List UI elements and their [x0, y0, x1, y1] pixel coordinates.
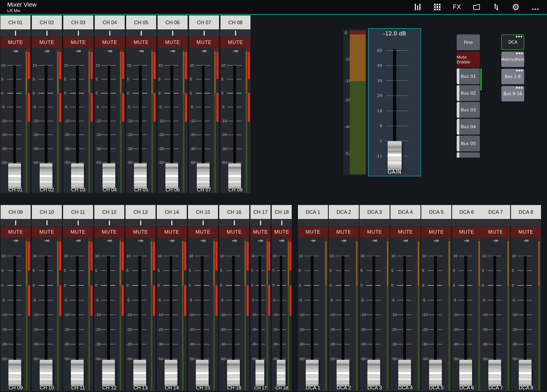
pan-control[interactable] — [220, 30, 251, 36]
fader-knob[interactable] — [277, 360, 286, 386]
mute-button[interactable]: MUTE — [157, 37, 188, 48]
fader-knob[interactable] — [459, 360, 472, 386]
layer-button[interactable]: Bus 1-8 — [501, 69, 524, 84]
fader-knob[interactable] — [488, 360, 501, 386]
channel-name-button[interactable]: CH 02 — [32, 15, 62, 29]
mute-enable-button[interactable]: Mute Enable — [457, 52, 480, 67]
channel-name-button[interactable]: CH 15 — [188, 205, 218, 219]
pan-control[interactable] — [0, 219, 31, 226]
more-options-icon[interactable] — [516, 53, 523, 54]
mute-button[interactable]: MUTE — [0, 37, 30, 48]
bus-send-button[interactable]: Bus 04 — [457, 119, 480, 135]
channel-name-button[interactable]: DCA 8 — [511, 205, 541, 219]
channel-name-button[interactable]: CH 14 — [157, 205, 187, 219]
mute-button[interactable]: MUTE — [94, 226, 124, 237]
channel-name-button[interactable]: DCA 4 — [390, 205, 420, 219]
pan-control[interactable] — [390, 219, 420, 226]
bus-send-button[interactable]: Bus 05 — [457, 136, 480, 151]
fader-knob[interactable] — [40, 163, 53, 188]
mute-button[interactable]: MUTE — [219, 226, 249, 237]
fader-knob[interactable] — [103, 163, 115, 188]
more-icon[interactable]: … — [531, 2, 540, 12]
pan-control[interactable] — [0, 30, 30, 36]
fader-knob[interactable] — [227, 360, 240, 386]
channel-name-button[interactable]: CH 03 — [63, 15, 93, 29]
channel-name-button[interactable]: CH 12 — [94, 205, 124, 219]
pan-control[interactable] — [63, 219, 93, 226]
channel-name-button[interactable]: DCA 5 — [421, 205, 451, 219]
layer-button[interactable]: Bus 9-16 — [501, 86, 524, 101]
fader-knob[interactable] — [102, 360, 115, 386]
fader-knob[interactable] — [196, 360, 209, 386]
pan-control[interactable] — [298, 219, 328, 226]
mute-button[interactable]: MUTE — [251, 226, 271, 237]
fader-knob[interactable] — [8, 360, 21, 386]
channel-name-button[interactable]: CH 13 — [126, 205, 156, 219]
fader-knob[interactable] — [71, 163, 84, 188]
more-options-icon[interactable] — [516, 36, 522, 37]
fader-knob[interactable] — [306, 360, 319, 386]
channel-name-button[interactable]: CH 17 — [251, 205, 271, 219]
pan-control[interactable] — [94, 219, 124, 226]
mute-button[interactable]: MUTE — [220, 37, 251, 48]
pan-control[interactable] — [329, 219, 359, 226]
mute-button[interactable]: MUTE — [272, 226, 292, 237]
bus-send-button[interactable]: Bus 02 — [457, 85, 480, 101]
bus-send-button[interactable]: Bus 01 — [457, 68, 480, 84]
pan-control[interactable] — [32, 30, 62, 36]
channel-name-button[interactable]: CH 10 — [32, 205, 62, 219]
pan-control[interactable] — [63, 30, 93, 36]
sort-icon[interactable] — [492, 2, 500, 12]
settings-icon[interactable]: ⚙ — [511, 2, 520, 12]
fx-button[interactable]: FX — [452, 2, 461, 12]
fader-knob[interactable] — [337, 360, 349, 386]
grid-icon[interactable] — [433, 2, 442, 12]
pan-control[interactable] — [188, 219, 218, 226]
pan-control[interactable] — [360, 219, 390, 226]
fader-knob[interactable] — [367, 360, 380, 386]
pan-control[interactable] — [157, 30, 188, 36]
mute-button[interactable]: MUTE — [63, 226, 93, 237]
channel-name-button[interactable]: CH 09 — [0, 205, 31, 219]
fader-knob[interactable] — [398, 360, 411, 386]
mute-button[interactable]: MUTE — [298, 226, 328, 237]
channel-name-button[interactable]: DCA 6DCA 7 — [452, 205, 510, 219]
more-options-icon[interactable] — [516, 70, 523, 71]
channel-name-button[interactable]: DCA 1 — [298, 205, 328, 219]
mute-button[interactable]: MUTE — [157, 226, 187, 237]
pan-control[interactable] — [421, 219, 451, 226]
pan-control[interactable] — [189, 30, 219, 36]
mute-button[interactable]: MUTE — [126, 37, 156, 48]
fader-knob[interactable] — [165, 163, 178, 188]
mute-button[interactable]: MUTE — [126, 226, 156, 237]
pan-control[interactable] — [95, 30, 125, 36]
pan-control[interactable] — [272, 219, 292, 226]
mute-button[interactable]: MUTE — [421, 226, 451, 237]
mute-button[interactable]: MUTE — [511, 226, 541, 237]
mute-button[interactable]: MUTEMUTE — [452, 226, 510, 237]
mute-button[interactable]: MUTE — [0, 226, 31, 237]
fine-button[interactable]: Fine — [457, 34, 480, 50]
fader-knob[interactable] — [8, 163, 21, 188]
fader-knob[interactable] — [255, 360, 264, 386]
channel-name-button[interactable]: CH 05 — [126, 15, 156, 29]
mute-button[interactable]: MUTE — [189, 37, 219, 48]
fader-knob[interactable] — [228, 163, 241, 188]
meters-icon[interactable] — [413, 2, 422, 12]
bus-send-button[interactable]: Bus 03 — [457, 102, 480, 118]
more-options-icon[interactable] — [516, 87, 523, 89]
fader-knob[interactable] — [197, 163, 210, 188]
channel-name-button[interactable]: CH 08 — [220, 15, 251, 29]
mute-button[interactable]: MUTE — [95, 37, 125, 48]
pan-control[interactable] — [126, 30, 156, 36]
mute-button[interactable]: MUTE — [32, 37, 62, 48]
fader-knob[interactable] — [71, 360, 84, 386]
bus-send-button-partial[interactable] — [457, 153, 480, 158]
channel-name-button[interactable]: DCA 3 — [360, 205, 390, 219]
mute-button[interactable]: MUTE — [390, 226, 420, 237]
fader-knob[interactable] — [40, 360, 53, 386]
fader-knob[interactable] — [519, 360, 532, 386]
channel-name-button[interactable]: CH 16 — [219, 205, 249, 219]
pan-control[interactable] — [452, 219, 510, 226]
fader-knob[interactable] — [133, 360, 146, 386]
